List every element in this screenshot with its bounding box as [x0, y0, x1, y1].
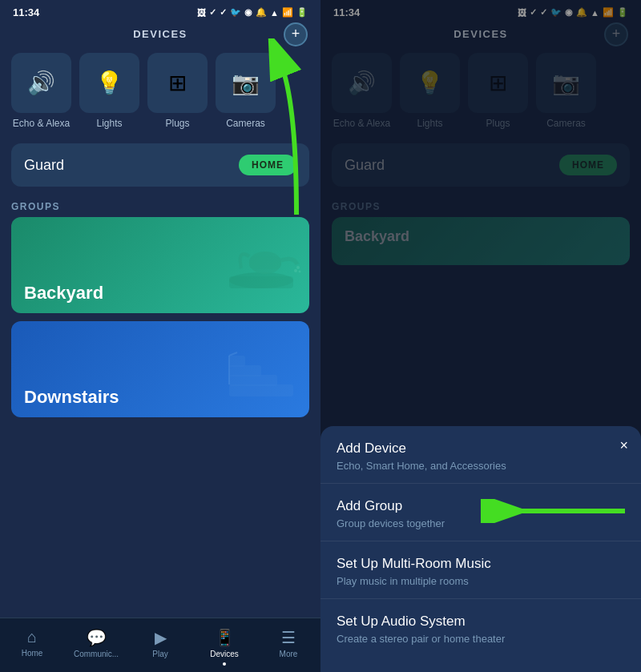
add-group-subtitle: Group devices together — [337, 517, 625, 529]
more-nav-icon: ☰ — [281, 628, 296, 647]
notification-icon: 🖼 — [197, 8, 206, 18]
location-icon: ◉ — [244, 7, 252, 18]
device-item-echo[interactable]: 🔊 Echo & Alexa — [11, 53, 71, 129]
backyard-title: Backyard — [24, 283, 103, 304]
play-nav-label: Play — [152, 650, 167, 658]
device-item-plugs[interactable]: ⊞ Plugs — [147, 53, 208, 129]
plugs-icon-box: ⊞ — [147, 53, 208, 113]
guard-section-left[interactable]: Guard HOME — [11, 143, 309, 187]
right-phone-screen: 11:34 🖼 ✓ ✓ 🐦 ◉ 🔔 ▲ 📶 🔋 DEVICES + 🔊 Echo… — [320, 0, 641, 672]
check-icon-2: ✓ — [220, 7, 227, 18]
status-icons-left: 🖼 ✓ ✓ 🐦 ◉ 🔔 ▲ 📶 🔋 — [197, 7, 308, 18]
cameras-icon-box: 📷 — [216, 53, 276, 113]
plugs-icon: ⊞ — [168, 70, 187, 96]
group-card-downstairs[interactable]: Downstairs — [11, 321, 309, 417]
nav-more[interactable]: ☰ More — [256, 625, 320, 669]
add-device-item[interactable]: Add Device Echo, Smart Home, and Accesso… — [320, 426, 641, 484]
add-group-item[interactable]: Add Group Group devices together — [320, 484, 641, 541]
play-nav-icon: ▶ — [155, 628, 167, 647]
add-device-title: Add Device — [337, 441, 625, 457]
svg-rect-7 — [229, 384, 293, 396]
cameras-icon: 📷 — [232, 70, 260, 96]
echo-icon: 🔊 — [27, 70, 55, 96]
downstairs-title: Downstairs — [24, 387, 119, 408]
cameras-label: Cameras — [226, 118, 265, 129]
devices-title-left: DEVICES — [133, 28, 187, 40]
home-nav-label: Home — [22, 649, 43, 658]
svg-point-5 — [294, 269, 297, 272]
svg-line-12 — [229, 352, 237, 356]
more-nav-label: More — [280, 650, 298, 658]
plugs-label: Plugs — [165, 118, 189, 129]
downstairs-illustration — [221, 344, 301, 409]
add-group-title: Add Group — [337, 498, 625, 514]
check-icon-1: ✓ — [209, 7, 216, 18]
groups-label-left: GROUPS — [0, 195, 320, 217]
audio-system-subtitle: Create a stereo pair or home theater — [337, 633, 625, 645]
sound-icon: 🔔 — [256, 7, 267, 18]
status-bar-left: 11:34 🖼 ✓ ✓ 🐦 ◉ 🔔 ▲ 📶 🔋 — [0, 0, 320, 22]
add-device-subtitle: Echo, Smart Home, and Accessories — [337, 460, 625, 472]
home-nav-icon: ⌂ — [27, 628, 37, 646]
svg-rect-8 — [229, 375, 277, 386]
battery-icon: 🔋 — [296, 7, 308, 18]
nav-devices[interactable]: 📱 Devices — [192, 625, 256, 669]
svg-point-4 — [296, 266, 300, 269]
svg-rect-10 — [229, 356, 245, 367]
bottom-nav-left: ⌂ Home 💬 Communic... ▶ Play 📱 Devices ☰ … — [0, 618, 320, 672]
multi-room-title: Set Up Multi-Room Music — [337, 556, 625, 572]
audio-system-item[interactable]: Set Up Audio System Create a stereo pair… — [320, 599, 641, 656]
multi-room-subtitle: Play music in multiple rooms — [337, 575, 625, 587]
signal-icon: 📶 — [282, 7, 293, 18]
communicate-nav-label: Communic... — [74, 650, 119, 658]
echo-icon-box: 🔊 — [11, 53, 71, 113]
svg-rect-3 — [249, 256, 281, 269]
wifi-icon: ▲ — [270, 8, 279, 18]
left-phone-screen: 11:34 🖼 ✓ ✓ 🐦 ◉ 🔔 ▲ 📶 🔋 DEVICES + 🔊 Echo… — [0, 0, 320, 672]
svg-point-6 — [299, 271, 301, 273]
device-grid-left: 🔊 Echo & Alexa 💡 Lights ⊞ Plugs 📷 Camera… — [0, 46, 320, 135]
lights-label: Lights — [96, 118, 122, 129]
device-item-lights[interactable]: 💡 Lights — [79, 53, 139, 129]
audio-system-title: Set Up Audio System — [337, 614, 625, 630]
echo-label: Echo & Alexa — [13, 118, 70, 129]
svg-rect-9 — [229, 365, 261, 376]
multi-room-item[interactable]: Set Up Multi-Room Music Play music in mu… — [320, 541, 641, 599]
guard-title-left: Guard — [24, 157, 64, 174]
nav-play[interactable]: ▶ Play — [128, 625, 192, 669]
add-button-left[interactable]: + — [284, 22, 308, 46]
device-item-cameras[interactable]: 📷 Cameras — [216, 53, 276, 129]
status-time-left: 11:34 — [13, 6, 39, 18]
home-badge-left: HOME — [239, 155, 296, 175]
backyard-illustration — [221, 232, 301, 305]
communicate-nav-icon: 💬 — [87, 628, 107, 647]
lights-icon: 💡 — [95, 70, 123, 96]
nav-communicate[interactable]: 💬 Communic... — [64, 625, 128, 669]
twitter-icon: 🐦 — [230, 7, 241, 18]
svg-rect-1 — [229, 276, 293, 288]
dropdown-menu: × Add Device Echo, Smart Home, and Acces… — [320, 426, 641, 672]
group-card-backyard[interactable]: Backyard — [11, 217, 309, 313]
devices-nav-indicator — [223, 662, 226, 666]
devices-header-left: DEVICES + — [0, 22, 320, 46]
devices-nav-icon: 📱 — [215, 628, 235, 647]
lights-icon-box: 💡 — [79, 53, 139, 113]
devices-nav-label: Devices — [210, 650, 239, 658]
nav-home[interactable]: ⌂ Home — [0, 625, 64, 669]
